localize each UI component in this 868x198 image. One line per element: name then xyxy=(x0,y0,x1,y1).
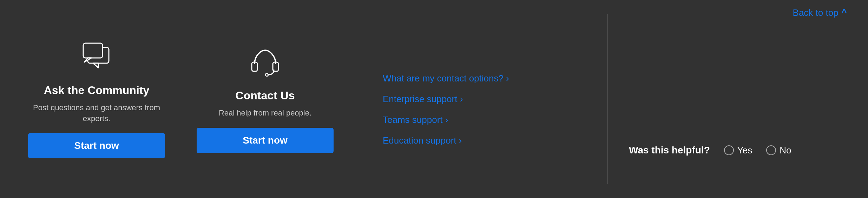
contact-card-title: Contact Us xyxy=(236,89,295,102)
yes-radio-option[interactable]: Yes xyxy=(724,145,752,156)
main-container: Ask the Community Post questions and get… xyxy=(0,0,868,198)
contact-card-description: Real help from real people. xyxy=(219,108,311,119)
nav-link-education-support[interactable]: Education support › xyxy=(383,135,593,146)
nav-link-enterprise-support[interactable]: Enterprise support › xyxy=(383,94,593,105)
community-card-title: Ask the Community xyxy=(44,84,149,97)
helpful-row: Was this helpful? Yes No xyxy=(629,145,847,156)
svg-rect-2 xyxy=(83,43,103,58)
svg-point-6 xyxy=(265,73,268,76)
helpful-label: Was this helpful? xyxy=(629,145,710,156)
contact-icon xyxy=(248,45,283,80)
community-card-description: Post questions and get answers from expe… xyxy=(26,103,167,124)
yes-radio-circle[interactable] xyxy=(724,145,734,155)
contact-start-now-button[interactable]: Start now xyxy=(197,128,334,153)
no-radio-circle[interactable] xyxy=(766,145,776,155)
back-to-top-caret: ^ xyxy=(841,7,847,18)
back-to-top-label: Back to top xyxy=(793,7,839,18)
cards-section: Ask the Community Post questions and get… xyxy=(0,0,362,198)
feedback-section: Was this helpful? Yes No xyxy=(607,14,847,184)
yes-radio-label: Yes xyxy=(737,145,752,156)
no-radio-option[interactable]: No xyxy=(766,145,791,156)
nav-link-teams-support[interactable]: Teams support › xyxy=(383,114,593,125)
links-section: What are my contact options? › Enterpris… xyxy=(383,14,593,184)
community-start-now-button[interactable]: Start now xyxy=(28,133,165,158)
right-panel: Back to top ^ What are my contact option… xyxy=(362,0,868,198)
community-icon xyxy=(79,40,114,75)
no-radio-label: No xyxy=(780,145,791,156)
nav-link-contact-options[interactable]: What are my contact options? › xyxy=(383,73,593,84)
community-card: Ask the Community Post questions and get… xyxy=(26,40,167,159)
svg-marker-1 xyxy=(93,63,98,68)
contact-card: Contact Us Real help from real people. S… xyxy=(195,45,335,153)
back-to-top-link[interactable]: Back to top ^ xyxy=(793,7,847,18)
